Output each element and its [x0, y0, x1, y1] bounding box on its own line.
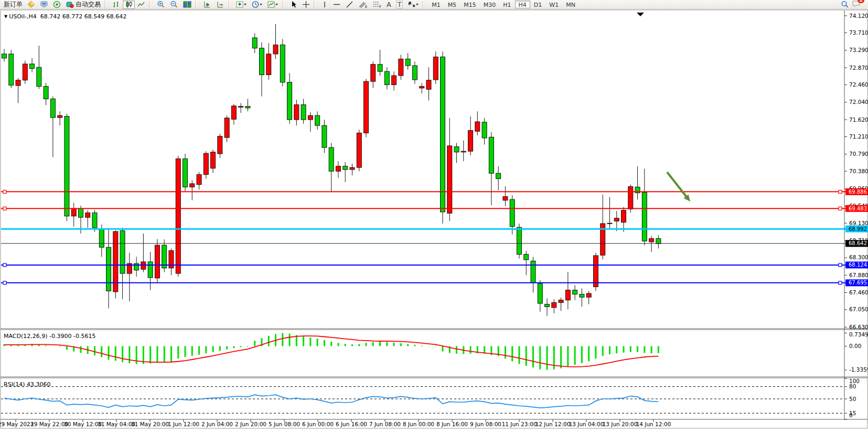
svg-text:68.992: 68.992	[849, 226, 867, 232]
bar-chart-button[interactable]	[110, 1, 122, 9]
toolbar-separator	[149, 1, 153, 8]
symbol-ohlc: 68.742 68.772 68.549 68.642	[40, 13, 126, 20]
trading-platform-window: 新订单 自动交易	[0, 0, 868, 433]
line-chart-button[interactable]	[135, 1, 147, 9]
svg-text:8 Jun 16:00: 8 Jun 16:00	[436, 421, 468, 427]
svg-text:50: 50	[849, 396, 856, 402]
candlestick-chart-icon	[125, 1, 133, 8]
crosshair-button[interactable]	[300, 1, 312, 9]
svg-text:70.790: 70.790	[849, 151, 868, 157]
toolbar-separator	[314, 1, 318, 8]
fibonacci-icon: F	[372, 1, 382, 8]
text-tool-button[interactable]: A	[384, 1, 393, 9]
zoom-in-icon	[157, 1, 165, 8]
svg-text:-1.3359: -1.3359	[849, 366, 868, 373]
svg-text:74.120: 74.120	[849, 13, 868, 19]
cursor-icon	[290, 1, 297, 8]
chart-canvas[interactable]: 74.12073.71073.29072.87072.46072.04071.6…	[0, 9, 868, 433]
equidistant-channel-button[interactable]: E	[356, 1, 370, 9]
rsi-indicator-label: RSI(14) 43.3060	[4, 381, 50, 388]
monitor-icon	[40, 1, 48, 8]
autotrading-label: 自动交易	[76, 0, 101, 9]
toolbar-separator	[228, 1, 232, 8]
svg-text:73.710: 73.710	[849, 29, 868, 36]
radar-button[interactable]	[51, 1, 63, 9]
crosshair-icon	[302, 1, 310, 8]
svg-text:2 Jun 20:00: 2 Jun 20:00	[235, 421, 266, 427]
timeframe-button-w1[interactable]: W1	[545, 1, 562, 8]
svg-text:67.460: 67.460	[849, 289, 868, 295]
svg-text:68.642: 68.642	[849, 240, 867, 246]
svg-text:8 Jun 00:00: 8 Jun 00:00	[403, 421, 434, 427]
timeframe-button-d1[interactable]: D1	[530, 1, 545, 8]
svg-text:31 May 04:00: 31 May 04:00	[98, 421, 135, 427]
horizontal-line-icon	[333, 1, 341, 8]
tile-windows-icon	[183, 1, 191, 8]
chart-shift-icon	[216, 1, 224, 8]
vertical-line-icon	[322, 1, 328, 8]
svg-text:7 Jun 08:00: 7 Jun 08:00	[369, 421, 401, 427]
zoom-in-button[interactable]	[155, 1, 167, 9]
text-label-button[interactable]: T	[394, 1, 405, 9]
symbol-label: ▼USOil-,H4 68.742 68.772 68.549 68.642	[4, 13, 126, 20]
toolbar: 新订单 自动交易	[0, 0, 868, 9]
candlestick-chart-button[interactable]	[123, 1, 135, 9]
autoscroll-button[interactable]	[201, 1, 213, 9]
new-order-button[interactable]: 新订单	[2, 1, 25, 9]
add-indicator-button[interactable]	[234, 1, 249, 9]
notifications-button[interactable]: 1	[852, 0, 861, 9]
timeframe-button-h1[interactable]: H1	[499, 1, 515, 8]
tile-windows-button[interactable]	[181, 1, 194, 9]
svg-text:F: F	[379, 5, 381, 8]
gold-diamond-button[interactable]	[25, 1, 37, 9]
svg-text:E: E	[365, 5, 367, 8]
svg-text:1 Jun 12:00: 1 Jun 12:00	[168, 421, 199, 427]
svg-text:0.00: 0.00	[849, 343, 861, 349]
svg-text:69.483: 69.483	[849, 206, 867, 212]
text-label-icon: T	[396, 1, 403, 9]
bar-chart-icon	[112, 1, 120, 8]
toolbar-separator	[104, 1, 109, 8]
svg-text:72.460: 72.460	[849, 81, 868, 88]
timeframe-button-m30[interactable]: M30	[480, 1, 500, 8]
vertical-line-button[interactable]	[319, 1, 330, 9]
timeframe-button-m15[interactable]: M15	[460, 1, 480, 8]
horizontal-line-button[interactable]	[330, 1, 343, 9]
fibonacci-button[interactable]: F	[370, 1, 384, 9]
cursor-button[interactable]	[288, 1, 299, 9]
svg-text:67.695: 67.695	[849, 280, 867, 286]
trendline-button[interactable]	[344, 1, 356, 9]
svg-text:0.7349: 0.7349	[849, 331, 868, 337]
svg-text:0: 0	[849, 412, 853, 418]
svg-text:68.300: 68.300	[849, 254, 868, 260]
line-chart-icon	[137, 1, 145, 8]
svg-text:67.880: 67.880	[849, 272, 868, 278]
period-clock-button[interactable]	[250, 1, 265, 9]
timeframe-button-m1[interactable]: M1	[428, 1, 444, 8]
timeframe-button-h4[interactable]: H4	[515, 1, 530, 8]
svg-text:69.886: 69.886	[849, 189, 867, 195]
equidistant-channel-icon: E	[358, 1, 368, 8]
svg-text:13 Jun 04:00: 13 Jun 04:00	[569, 421, 604, 427]
svg-text:13 Jun 20:00: 13 Jun 20:00	[603, 421, 638, 427]
svg-text:68.124: 68.124	[849, 262, 867, 268]
search-button[interactable]	[839, 1, 851, 9]
template-icon	[267, 1, 278, 8]
timeframe-group: M1M5M15M30H1H4D1W1MN	[428, 1, 579, 8]
toolbar-separator	[282, 1, 286, 8]
timeframe-button-mn[interactable]: MN	[562, 1, 579, 8]
autotrading-button[interactable]: 自动交易	[63, 1, 103, 9]
zoom-out-button[interactable]	[168, 1, 180, 9]
arrows-tool-button[interactable]	[405, 1, 421, 9]
svg-text:66.630: 66.630	[849, 324, 868, 330]
chart-area: 74.12073.71073.29072.87072.46072.04071.6…	[0, 9, 868, 433]
template-button[interactable]	[265, 1, 281, 9]
chart-shift-button[interactable]	[214, 1, 227, 9]
svg-text:31 May 20:00: 31 May 20:00	[131, 421, 169, 427]
timeframe-button-m5[interactable]: M5	[444, 1, 460, 8]
svg-text:14 Jun 12:00: 14 Jun 12:00	[636, 421, 671, 427]
text-tool-icon: A	[387, 1, 391, 8]
gold-diamond-icon	[27, 1, 35, 8]
monitor-button[interactable]	[38, 1, 50, 9]
svg-text:6 Jun 16:00: 6 Jun 16:00	[336, 421, 367, 427]
